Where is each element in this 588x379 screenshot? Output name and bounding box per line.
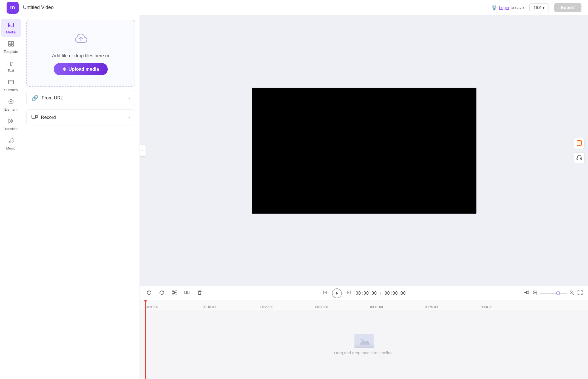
- sidebar-item-media[interactable]: Media: [1, 19, 21, 37]
- record-label: Record: [41, 115, 56, 120]
- music-icon: [8, 137, 14, 145]
- app-logo: m: [7, 2, 19, 14]
- svg-rect-32: [185, 291, 187, 294]
- upload-media-button[interactable]: ⊕ Upload media: [54, 63, 108, 75]
- ruler-mark-2: 00:20.00: [260, 305, 273, 309]
- svg-rect-26: [581, 158, 582, 159]
- subtitles-icon: [8, 79, 14, 87]
- timeline-playback-controls: 00:00.00 / 00:00.00: [322, 288, 406, 298]
- record-option[interactable]: Record ›: [26, 109, 135, 125]
- timeline-tracks: Drag and drop media to timeline.: [140, 310, 588, 379]
- zoom-slider-thumb[interactable]: [556, 291, 560, 295]
- svg-line-42: [536, 294, 537, 295]
- timeline-placeholder: Drag and drop media to timeline.: [334, 334, 394, 355]
- play-button[interactable]: [332, 288, 342, 298]
- main-layout: Media Template T Text: [0, 15, 588, 379]
- total-time: 00:00.00: [385, 291, 406, 296]
- timeline-thumbnail: [354, 334, 374, 348]
- svg-marker-37: [347, 291, 350, 294]
- from-url-chevron: ›: [129, 96, 130, 101]
- sidebar-item-music-label: Music: [6, 146, 16, 150]
- sidebar-item-music[interactable]: Music: [1, 135, 21, 153]
- svg-rect-25: [577, 158, 578, 159]
- svg-rect-0: [8, 23, 13, 27]
- topbar: m Untitled Video 📡 Login to save 16:9 ▾ …: [0, 0, 588, 15]
- plus-icon: ⊕: [63, 66, 66, 72]
- notes-icon: [576, 140, 582, 147]
- zoom-slider[interactable]: [540, 293, 567, 294]
- ruler-mark-1: 00:10.00: [203, 305, 216, 309]
- volume-icon[interactable]: [524, 290, 529, 296]
- sidebar-item-subtitles[interactable]: Subtitles: [1, 76, 21, 95]
- sidebar-item-subtitles-label: Subtitles: [4, 88, 18, 92]
- aspect-ratio-chevron: ▾: [542, 5, 545, 10]
- collapse-panel-button[interactable]: ‹: [140, 145, 146, 157]
- timeline-edit-tools: [145, 289, 203, 298]
- transition-icon: [8, 118, 14, 126]
- svg-line-46: [573, 294, 574, 295]
- current-time: 00:00.00: [356, 291, 377, 296]
- topbar-right: 📡 Login to save 16:9 ▾ Export: [491, 3, 581, 12]
- export-button[interactable]: Export: [554, 3, 581, 12]
- sidebar-item-transition[interactable]: Transition: [1, 115, 21, 134]
- svg-rect-6: [8, 44, 10, 46]
- undo-button[interactable]: [145, 289, 153, 298]
- svg-rect-4: [8, 41, 11, 44]
- login-suffix: to save: [511, 5, 524, 10]
- svg-rect-38: [350, 291, 351, 294]
- sidebar-item-text[interactable]: T Text: [1, 58, 21, 75]
- sidebar-item-element[interactable]: Element: [1, 96, 21, 114]
- timeline-controls: 00:00.00 / 00:00.00: [140, 286, 588, 300]
- template-icon: [8, 41, 14, 48]
- split-button[interactable]: [183, 289, 191, 298]
- timeline-section: 00:00.00 / 00:00.00: [140, 286, 588, 379]
- preview-area: ‹: [140, 15, 588, 286]
- svg-point-17: [12, 141, 13, 142]
- svg-line-29: [174, 291, 176, 292]
- svg-point-50: [360, 338, 363, 341]
- zoom-out-icon[interactable]: [533, 290, 538, 296]
- notes-tool-button[interactable]: [574, 138, 585, 149]
- sidebar: Media Template T Text: [0, 15, 22, 379]
- svg-rect-5: [12, 41, 13, 44]
- prev-frame-button[interactable]: [322, 289, 329, 297]
- delete-button[interactable]: [196, 289, 203, 298]
- upload-area: Add file or drop files here or ⊕ Upload …: [26, 20, 135, 87]
- redo-button[interactable]: [158, 289, 166, 298]
- svg-line-30: [174, 293, 176, 294]
- aspect-ratio-label: 16:9: [533, 5, 541, 10]
- svg-point-16: [9, 142, 10, 143]
- right-panel: ‹: [140, 15, 588, 379]
- svg-marker-15: [11, 119, 13, 123]
- headphones-icon: [576, 154, 582, 161]
- ruler-mark-6: 01:00.00: [480, 305, 493, 309]
- text-icon: T: [9, 60, 13, 67]
- svg-marker-14: [9, 119, 11, 123]
- collapse-icon: ‹: [142, 149, 143, 153]
- sidebar-item-template[interactable]: Template: [1, 38, 21, 56]
- svg-marker-39: [524, 291, 527, 294]
- sidebar-item-text-label: Text: [8, 68, 14, 73]
- fullscreen-icon[interactable]: [578, 290, 583, 296]
- drag-drop-text: Drag and drop media to timeline.: [334, 351, 394, 355]
- next-frame-button[interactable]: [345, 289, 352, 297]
- from-url-label: From URL: [42, 95, 63, 101]
- svg-rect-33: [187, 291, 189, 294]
- login-area: 📡 Login to save: [491, 5, 524, 11]
- zoom-slider-area: [533, 290, 574, 296]
- record-icon: [32, 114, 38, 121]
- headphones-tool-button[interactable]: [574, 152, 585, 163]
- sidebar-item-transition-label: Transition: [3, 127, 19, 131]
- from-url-option[interactable]: 🔗 From URL ›: [26, 90, 135, 106]
- svg-rect-7: [12, 44, 13, 46]
- zoom-in-icon[interactable]: [569, 290, 574, 296]
- topbar-left: m Untitled Video: [7, 2, 54, 14]
- aspect-ratio-button[interactable]: 16:9 ▾: [529, 3, 549, 12]
- video-preview: [252, 88, 476, 214]
- ruler-mark-3: 00:30.00: [315, 305, 328, 309]
- svg-marker-34: [324, 291, 327, 294]
- login-link[interactable]: Login: [499, 5, 509, 10]
- right-tools: [574, 138, 585, 163]
- cut-button[interactable]: [171, 289, 178, 298]
- media-icon: [8, 21, 14, 29]
